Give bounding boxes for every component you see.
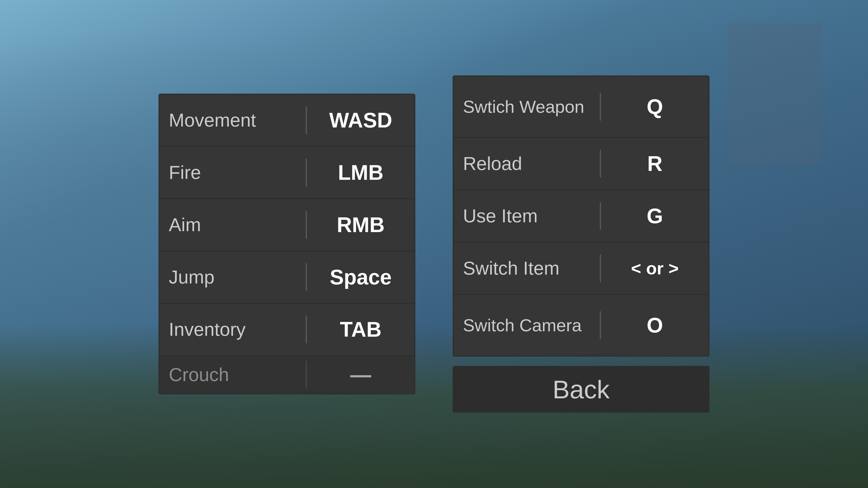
row-divider — [306, 263, 307, 291]
use-item-key-label: G — [611, 204, 699, 228]
content-wrapper: Movement WASD Fire LMB Aim RMB Jump Spac… — [0, 0, 868, 488]
row-divider — [600, 311, 601, 339]
aim-action-label: Aim — [169, 214, 296, 236]
switch-camera-row: Switch Camera O — [454, 295, 709, 356]
right-column: Swtich Weapon Q Reload R Use Item G Swit… — [453, 75, 710, 413]
row-divider — [306, 158, 307, 187]
switch-item-key-label: < or > — [611, 258, 699, 278]
jump-action-label: Jump — [169, 266, 296, 288]
switch-weapon-action-label: Swtich Weapon — [463, 96, 590, 117]
switch-camera-key-label: O — [611, 313, 699, 337]
switch-item-action-label: Switch Item — [463, 257, 590, 279]
crouch-action-label: Crouch — [169, 364, 296, 386]
jump-row: Jump Space — [159, 251, 414, 303]
crouch-key-label: — — [316, 363, 405, 387]
row-divider — [600, 150, 601, 178]
fire-key-label: LMB — [316, 161, 405, 185]
movement-row: Movement WASD — [159, 95, 414, 146]
use-item-action-label: Use Item — [463, 205, 590, 227]
row-divider — [600, 93, 601, 121]
reload-action-label: Reload — [463, 152, 590, 175]
switch-camera-action-label: Switch Camera — [463, 315, 590, 336]
row-divider — [306, 315, 307, 343]
movement-key-label: WASD — [316, 108, 405, 132]
movement-action-label: Movement — [169, 109, 296, 131]
left-keybinds-panel: Movement WASD Fire LMB Aim RMB Jump Spac… — [158, 94, 415, 394]
back-button[interactable]: Back — [453, 366, 710, 413]
switch-weapon-key-label: Q — [611, 95, 699, 119]
aim-key-label: RMB — [316, 213, 405, 237]
back-button-label: Back — [553, 374, 610, 404]
reload-key-label: R — [611, 152, 699, 176]
reload-row: Reload R — [454, 138, 709, 189]
row-divider — [600, 202, 601, 230]
row-divider — [306, 106, 307, 134]
row-divider — [306, 361, 307, 389]
row-divider — [600, 254, 601, 282]
aim-row: Aim RMB — [159, 199, 414, 250]
inventory-key-label: TAB — [316, 317, 405, 342]
row-divider — [306, 211, 307, 239]
switch-item-row: Switch Item < or > — [454, 243, 709, 294]
switch-weapon-row: Swtich Weapon Q — [454, 77, 709, 137]
fire-action-label: Fire — [169, 161, 296, 184]
jump-key-label: Space — [316, 265, 405, 289]
fire-row: Fire LMB — [159, 147, 414, 198]
use-item-row: Use Item G — [454, 190, 709, 242]
crouch-row: Crouch — — [159, 356, 414, 393]
inventory-row: Inventory TAB — [159, 304, 414, 355]
inventory-action-label: Inventory — [169, 318, 296, 341]
right-keybinds-panel: Swtich Weapon Q Reload R Use Item G Swit… — [453, 75, 710, 357]
